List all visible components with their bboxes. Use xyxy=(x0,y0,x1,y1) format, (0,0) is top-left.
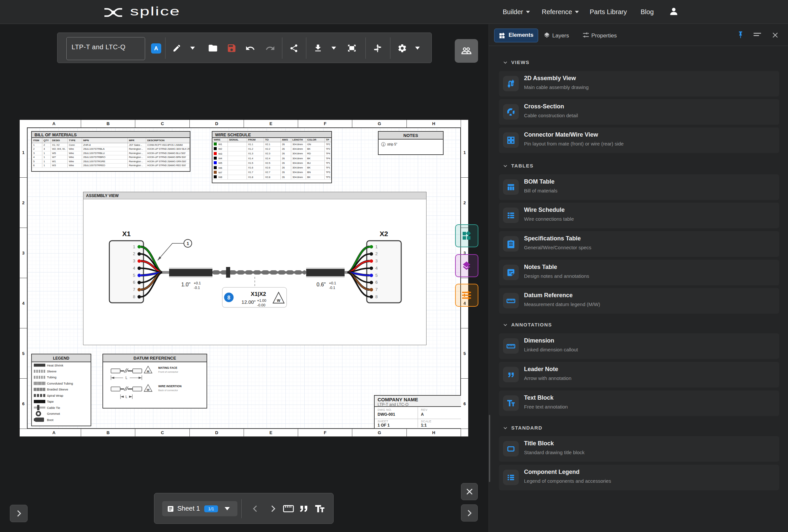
svg-text:5: 5 xyxy=(375,273,378,278)
svg-text:1.0": 1.0" xyxy=(181,282,191,287)
svg-text:-0.00: -0.00 xyxy=(257,303,265,307)
svg-text:L: L xyxy=(125,376,127,380)
svg-text:7: 7 xyxy=(133,287,135,292)
svg-text:1: 1 xyxy=(186,241,189,246)
svg-text:3: 3 xyxy=(375,258,378,263)
svg-text:7: 7 xyxy=(375,287,378,292)
svg-text:1: 1 xyxy=(133,244,135,249)
svg-text:X1|X2: X1|X2 xyxy=(251,291,266,297)
svg-text:8: 8 xyxy=(228,295,231,300)
svg-text:2: 2 xyxy=(375,251,378,256)
svg-text:12.00": 12.00" xyxy=(242,299,256,305)
svg-text:+1.00: +1.00 xyxy=(257,298,266,302)
svg-text:1: 1 xyxy=(375,244,378,249)
svg-text:L: L xyxy=(125,395,127,399)
svg-text:8: 8 xyxy=(133,294,135,299)
svg-text:+0.1: +0.1 xyxy=(329,281,336,285)
svg-text:W: W xyxy=(277,298,280,302)
svg-text:2: 2 xyxy=(133,251,135,256)
svg-text:-0.1: -0.1 xyxy=(194,286,200,290)
svg-text:6: 6 xyxy=(375,280,378,285)
svg-text:5: 5 xyxy=(133,273,135,278)
svg-text:3: 3 xyxy=(133,258,135,263)
svg-text:4: 4 xyxy=(133,266,135,271)
svg-text:-0.1: -0.1 xyxy=(329,286,335,290)
svg-text:0.6": 0.6" xyxy=(316,282,326,287)
svg-text:W: W xyxy=(147,388,150,391)
svg-text:8: 8 xyxy=(375,294,378,299)
svg-text:M: M xyxy=(147,370,150,373)
svg-text:4: 4 xyxy=(375,266,378,271)
svg-text:X1: X1 xyxy=(122,230,131,237)
svg-text:+0.1: +0.1 xyxy=(194,281,201,285)
svg-text:6: 6 xyxy=(133,280,135,285)
svg-text:X2: X2 xyxy=(379,230,388,237)
